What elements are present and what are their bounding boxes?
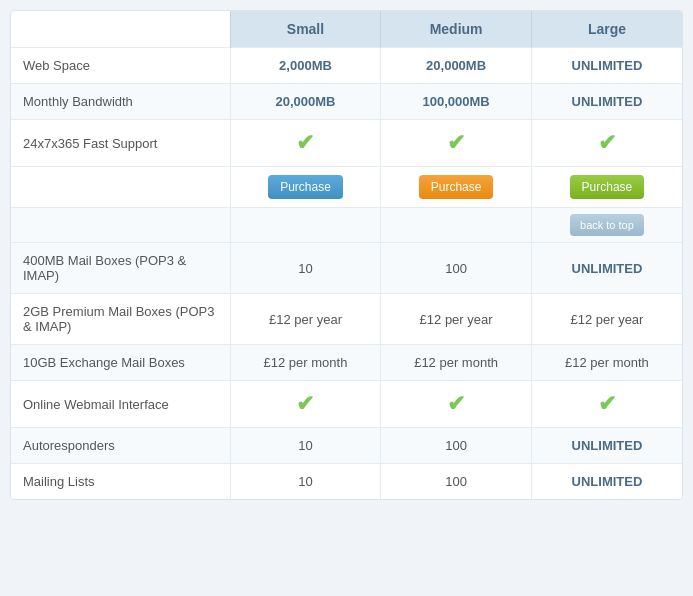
back-to-top-row: back to top bbox=[11, 208, 682, 243]
small-value: 2,000MB bbox=[230, 48, 381, 84]
checkmark-icon: ✔ bbox=[296, 130, 314, 155]
large-purchase-button[interactable]: Purchase bbox=[570, 175, 645, 199]
medium-value: 100 bbox=[381, 243, 532, 294]
large-value: UNLIMITED bbox=[531, 48, 682, 84]
small-value: 10 bbox=[230, 243, 381, 294]
table-row: 400MB Mail Boxes (POP3 & IMAP) 10 100 UN… bbox=[11, 243, 682, 294]
feature-label: 10GB Exchange Mail Boxes bbox=[11, 345, 230, 381]
checkmark-icon: ✔ bbox=[447, 130, 465, 155]
feature-label: Online Webmail Interface bbox=[11, 381, 230, 428]
empty-cell bbox=[381, 208, 532, 243]
header-medium-col: Medium bbox=[381, 11, 532, 48]
table-row: Web Space 2,000MB 20,000MB UNLIMITED bbox=[11, 48, 682, 84]
checkmark-icon: ✔ bbox=[598, 130, 616, 155]
empty-cell bbox=[230, 208, 381, 243]
small-value: £12 per month bbox=[230, 345, 381, 381]
checkmark-icon: ✔ bbox=[598, 391, 616, 416]
small-value: £12 per year bbox=[230, 294, 381, 345]
small-value: 20,000MB bbox=[230, 84, 381, 120]
small-value: 10 bbox=[230, 428, 381, 464]
feature-label: 2GB Premium Mail Boxes (POP3 & IMAP) bbox=[11, 294, 230, 345]
back-to-top-cell: back to top bbox=[531, 208, 682, 243]
small-value: 10 bbox=[230, 464, 381, 500]
checkmark-icon: ✔ bbox=[447, 391, 465, 416]
table-row: 2GB Premium Mail Boxes (POP3 & IMAP) £12… bbox=[11, 294, 682, 345]
checkmark-icon: ✔ bbox=[296, 391, 314, 416]
large-value: UNLIMITED bbox=[531, 84, 682, 120]
feature-label: Web Space bbox=[11, 48, 230, 84]
purchase-row: Purchase Purchase Purchase bbox=[11, 167, 682, 208]
header-small-col: Small bbox=[230, 11, 381, 48]
empty-cell bbox=[11, 208, 230, 243]
medium-value: 100 bbox=[381, 428, 532, 464]
large-value: £12 per year bbox=[531, 294, 682, 345]
large-value: UNLIMITED bbox=[531, 243, 682, 294]
medium-value: 100 bbox=[381, 464, 532, 500]
large-purchase-cell: Purchase bbox=[531, 167, 682, 208]
medium-value: £12 per year bbox=[381, 294, 532, 345]
feature-label: 24x7x365 Fast Support bbox=[11, 120, 230, 167]
empty-cell bbox=[11, 167, 230, 208]
small-purchase-button[interactable]: Purchase bbox=[268, 175, 343, 199]
table-row: Online Webmail Interface ✔ ✔ ✔ bbox=[11, 381, 682, 428]
medium-value: 100,000MB bbox=[381, 84, 532, 120]
medium-value: 20,000MB bbox=[381, 48, 532, 84]
large-value: UNLIMITED bbox=[531, 464, 682, 500]
table-row: 24x7x365 Fast Support ✔ ✔ ✔ bbox=[11, 120, 682, 167]
medium-purchase-button[interactable]: Purchase bbox=[419, 175, 494, 199]
feature-label: Autoresponders bbox=[11, 428, 230, 464]
feature-label: 400MB Mail Boxes (POP3 & IMAP) bbox=[11, 243, 230, 294]
feature-label: Mailing Lists bbox=[11, 464, 230, 500]
large-value: UNLIMITED bbox=[531, 428, 682, 464]
medium-check: ✔ bbox=[381, 381, 532, 428]
medium-check: ✔ bbox=[381, 120, 532, 167]
medium-value: £12 per month bbox=[381, 345, 532, 381]
small-purchase-cell: Purchase bbox=[230, 167, 381, 208]
feature-label: Monthly Bandwidth bbox=[11, 84, 230, 120]
large-check: ✔ bbox=[531, 381, 682, 428]
back-to-top-button[interactable]: back to top bbox=[570, 214, 644, 236]
small-check: ✔ bbox=[230, 120, 381, 167]
header-feature-col bbox=[11, 11, 230, 48]
large-check: ✔ bbox=[531, 120, 682, 167]
pricing-table: Small Medium Large Web Space 2,000MB 20,… bbox=[10, 10, 683, 500]
large-value: £12 per month bbox=[531, 345, 682, 381]
header-large-col: Large bbox=[531, 11, 682, 48]
table-row: 10GB Exchange Mail Boxes £12 per month £… bbox=[11, 345, 682, 381]
medium-purchase-cell: Purchase bbox=[381, 167, 532, 208]
table-row: Monthly Bandwidth 20,000MB 100,000MB UNL… bbox=[11, 84, 682, 120]
small-check: ✔ bbox=[230, 381, 381, 428]
table-row: Mailing Lists 10 100 UNLIMITED bbox=[11, 464, 682, 500]
table-row: Autoresponders 10 100 UNLIMITED bbox=[11, 428, 682, 464]
